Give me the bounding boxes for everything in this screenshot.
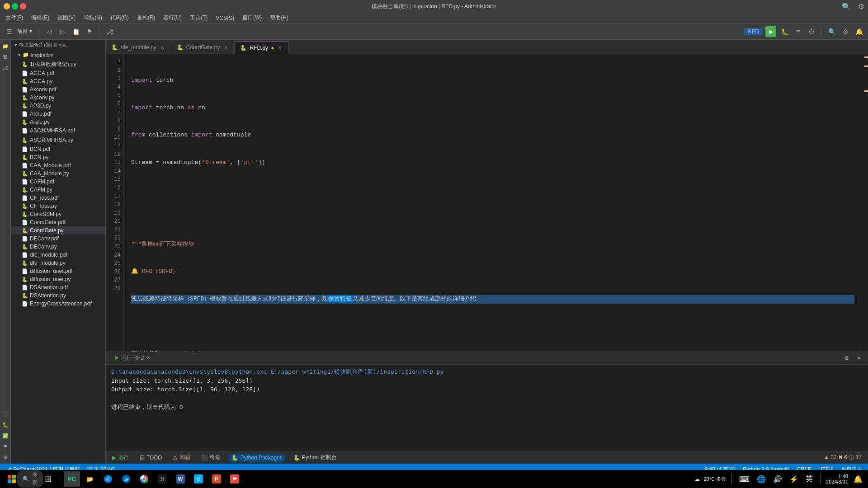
maximize-button[interactable] [12, 3, 18, 9]
bt-todo[interactable]: ☑ TODO [137, 454, 165, 462]
back-icon[interactable]: ◁ [43, 26, 54, 37]
battery-icon[interactable]: ⚡ [788, 474, 800, 484]
coverage-button[interactable]: ☂ [793, 26, 803, 37]
bookmark-icon[interactable]: ⚑ [84, 26, 95, 37]
tab-run[interactable]: ▶ 运行 RFD ✕ [109, 353, 155, 363]
file-item[interactable]: 📄 BCN.pdf [11, 145, 105, 153]
notifications-taskbar-icon[interactable]: 🔔 [852, 474, 864, 484]
settings-terminal-icon[interactable]: ⚙ [841, 353, 852, 364]
git-rail-icon[interactable]: ⎇ [1, 63, 10, 72]
tab-close-run[interactable]: ✕ [146, 355, 151, 361]
bt-python-console[interactable]: 🐍 Python 控制台 [291, 453, 340, 462]
problem-counts[interactable]: ▲ 22 ✖ 6 ⓘ 17 [821, 453, 864, 462]
search-icon[interactable]: 🔍 [842, 2, 851, 11]
project-icon[interactable]: 📁 [1, 42, 10, 51]
menu-nav[interactable]: 导航(N) [80, 13, 106, 23]
file-item[interactable]: 📄 dfe_module.pdf [11, 251, 105, 259]
file-item-active[interactable]: 🐍 CoordGate.py [11, 226, 105, 235]
run-button[interactable]: ▶ [765, 26, 776, 37]
app9-taskbar[interactable]: ❤ [226, 471, 243, 487]
file-item[interactable]: 📄 Akconv.pdf [11, 85, 105, 94]
bt-terminal[interactable]: ⬛ 终端 [198, 453, 223, 462]
file-item[interactable]: 🐍 ASC和MHRSA.py [11, 136, 105, 145]
keyboard-icon[interactable]: ⌨ [737, 474, 751, 484]
pycharm-taskbar[interactable]: PC [64, 471, 80, 487]
file-item[interactable]: 📄 diffusion_unet.pdf [11, 267, 105, 275]
lang-indicator[interactable]: 英 [804, 474, 815, 485]
sidebar-folder[interactable]: ▾ 📁 inspiration [11, 50, 105, 60]
git-icon[interactable]: ⎇ [104, 26, 115, 37]
forward-icon[interactable]: ▷ [57, 26, 68, 37]
tab-rfd[interactable]: 🐍 RFD.py ● ✕ [235, 41, 289, 54]
file-item[interactable]: 📄 CF_loss.pdf [11, 194, 105, 202]
menu-help[interactable]: 帮助(H) [266, 13, 292, 23]
file-item[interactable]: 🐍 CF_loss.py [11, 202, 105, 210]
file-item[interactable]: 🐍 DEConv.py [11, 243, 105, 251]
menu-tools[interactable]: 工具(T) [186, 13, 211, 23]
sidebar-toggle-icon[interactable]: ☰ [4, 26, 14, 37]
file-item[interactable]: 📄 DSAttention.pdf [11, 283, 105, 291]
file-item[interactable]: 🐍 BCN.py [11, 153, 105, 161]
bt-problems[interactable]: ⚠ 问题 [170, 453, 193, 462]
run-config-badge[interactable]: RFD [744, 28, 763, 35]
menu-file[interactable]: 文件(F) [2, 13, 27, 23]
search-toolbar-icon[interactable]: 🔍 [826, 26, 837, 37]
debug-rail-icon[interactable]: 🐛 [1, 420, 10, 429]
sidebar-header[interactable]: ▾ 模块融合库(新) E:/pa... [11, 40, 105, 50]
file-item[interactable]: 🐍 1(模块般新笔记).py [11, 60, 105, 69]
file-item[interactable]: 📄 DEConv.pdf [11, 235, 105, 243]
tab-close-icon[interactable]: ✕ [159, 44, 165, 51]
bt-run[interactable]: ▶ 运行 [109, 453, 132, 462]
debug-button[interactable]: 🐛 [779, 26, 790, 37]
menu-vcs[interactable]: VCS(S) [212, 14, 238, 22]
file-item[interactable]: 📄 CAFM.pdf [11, 178, 105, 186]
word-taskbar[interactable]: W [172, 471, 189, 487]
volume-icon[interactable]: 🔊 [771, 474, 784, 484]
network-icon[interactable]: 🌐 [755, 474, 768, 484]
close-terminal-icon[interactable]: ✕ [854, 353, 864, 364]
bookmark-rail-icon[interactable]: ⚑ [1, 442, 10, 451]
explorer-taskbar[interactable]: 📂 [82, 471, 98, 487]
menu-code[interactable]: 代码(C) [107, 13, 132, 23]
tab-close-icon[interactable]: ✕ [222, 44, 229, 51]
file-item[interactable]: 🐍 Akconv.py [11, 94, 105, 102]
edge-taskbar[interactable] [118, 471, 134, 487]
notifications-icon[interactable]: 🔔 [854, 26, 864, 37]
file-item[interactable]: 🐍 diffusion_unet.py [11, 275, 105, 283]
file-item[interactable]: 📄 CAA_Module.pdf [11, 161, 105, 169]
minimize-button[interactable] [4, 3, 10, 9]
file-item[interactable]: 🐍 CAFM.py [11, 186, 105, 194]
structure-rail-icon[interactable]: 🏗 [1, 52, 10, 61]
menu-window[interactable]: 窗口(W) [239, 13, 265, 23]
menu-edit[interactable]: 编辑(E) [28, 13, 53, 23]
file-item[interactable]: 🐍 AGCA.py [11, 77, 105, 85]
search-taskbar[interactable]: 🔍 搜索 [22, 471, 38, 487]
file-item[interactable]: 🐍 AP3D.py [11, 102, 105, 110]
settings-icon[interactable]: ⚙ [858, 2, 864, 11]
powerpoint-taskbar[interactable]: P [208, 471, 225, 487]
file-item[interactable]: 🐍 DSAttention.py [11, 291, 105, 300]
tab-coordgate[interactable]: 🐍 CoordGate.py ✕ [171, 41, 235, 54]
profile-button[interactable]: ⏱ [806, 26, 817, 37]
file-item[interactable]: 🐍 CAA_Module.py [11, 169, 105, 178]
menu-refactor[interactable]: 重构(R) [133, 13, 159, 23]
terminal-rail-icon[interactable]: ⬛ [1, 409, 10, 418]
file-item[interactable]: 🐍 ConvSSM.py [11, 210, 105, 218]
app8-taskbar[interactable]: 8 [190, 471, 207, 487]
steam-taskbar[interactable]: S [154, 471, 170, 487]
bt-python-packages[interactable]: 🐍 Python Packages [229, 454, 285, 462]
file-item[interactable]: 📄 Arelu.pdf [11, 110, 105, 118]
tab-dfe[interactable]: 🐍 dfe_module.py ✕ [106, 41, 171, 54]
file-item[interactable]: 📄 CoordGate.pdf [11, 218, 105, 226]
structure-icon[interactable]: 📋 [71, 26, 81, 37]
todo-rail-icon[interactable]: ✅ [1, 431, 10, 440]
menu-view[interactable]: 视图(V) [54, 13, 79, 23]
tab-close-icon[interactable]: ✕ [277, 45, 283, 51]
settings-toolbar-icon[interactable]: ⚙ [840, 26, 851, 37]
ie-taskbar[interactable]: e [100, 471, 116, 487]
code-content[interactable]: import torch import torch.nn as nn from … [124, 54, 862, 352]
file-item[interactable]: 🐍 Arelu.py [11, 118, 105, 126]
task-view-icon[interactable]: ⊞ [40, 471, 56, 487]
file-item[interactable]: 📄 EnergyCrossAttention.pdf [11, 300, 105, 308]
clock-date[interactable]: 1:40 2024/3/31 [826, 474, 848, 484]
